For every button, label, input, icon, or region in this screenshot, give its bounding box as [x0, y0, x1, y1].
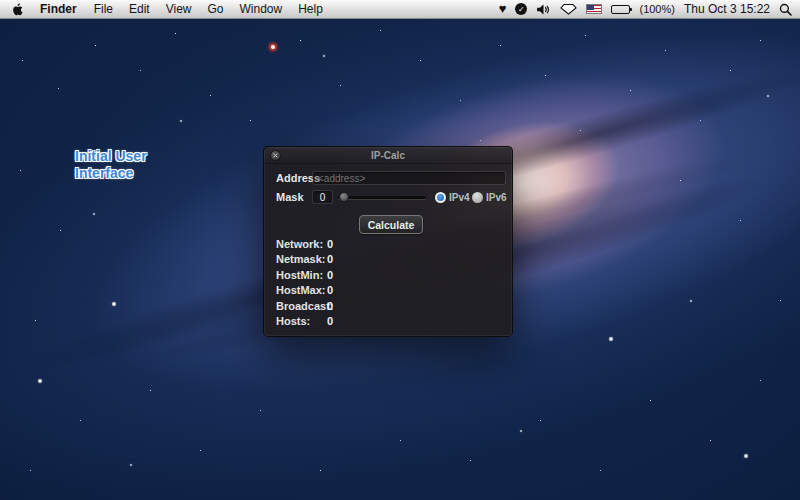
netmask-label: Netmask: — [276, 253, 326, 265]
menu-finder[interactable]: Finder — [31, 2, 86, 16]
slider-track[interactable] — [338, 196, 426, 199]
desktop-caption: Initial User Interface — [75, 148, 147, 182]
slider-thumb[interactable] — [339, 192, 349, 202]
diamond-icon[interactable] — [560, 1, 577, 17]
heart-icon[interactable]: ♥ — [499, 1, 507, 17]
menu-help[interactable]: Help — [290, 2, 331, 16]
result-row-hostmax: HostMax: 0 — [276, 284, 504, 297]
window-title: IP-Calc — [264, 150, 512, 161]
result-row-netmask: Netmask: 0 — [276, 253, 504, 266]
mask-label: Mask — [276, 191, 304, 203]
volume-icon[interactable] — [536, 1, 551, 17]
hostmax-label: HostMax: — [276, 284, 326, 296]
ipv4-radio-dot — [437, 194, 444, 201]
menu-file[interactable]: File — [86, 2, 121, 16]
mask-slider[interactable] — [338, 190, 426, 204]
check-circle-icon[interactable]: ✓ — [515, 1, 527, 17]
broadcast-value: 0 — [327, 300, 333, 312]
menu-go[interactable]: Go — [200, 2, 232, 16]
apple-logo-icon — [12, 3, 23, 16]
menu-bar-status-area: ♥ ✓ (100%) Thu Oct 3 15:22 — [499, 1, 792, 17]
menu-bar: Finder File Edit View Go Window Help ♥ ✓… — [0, 0, 800, 19]
ipv4-label[interactable]: IPv4 — [449, 192, 470, 203]
menu-edit[interactable]: Edit — [121, 2, 158, 16]
result-row-hostmin: HostMin: 0 — [276, 269, 504, 282]
window-titlebar[interactable]: IP-Calc — [264, 147, 512, 164]
us-flag-icon[interactable] — [586, 1, 602, 17]
ip-calc-window: IP-Calc Address Mask IPv4 IPv6 Calculate… — [263, 146, 513, 337]
broadcast-label: Broadcast: — [276, 300, 333, 312]
ipv6-label[interactable]: IPv6 — [486, 192, 507, 203]
result-row-hosts: Hosts: 0 — [276, 315, 504, 328]
battery-percent[interactable]: (100%) — [639, 3, 674, 15]
hosts-label: Hosts: — [276, 315, 310, 327]
netmask-value: 0 — [327, 253, 333, 265]
calculate-button[interactable]: Calculate — [359, 215, 423, 234]
menu-view[interactable]: View — [158, 2, 200, 16]
hostmin-label: HostMin: — [276, 269, 323, 281]
apple-menu[interactable] — [8, 3, 31, 16]
red-star — [271, 45, 275, 49]
network-label: Network: — [276, 238, 323, 250]
battery-icon[interactable] — [611, 1, 630, 17]
network-value: 0 — [327, 238, 333, 250]
caption-line-1: Initial User — [75, 148, 147, 165]
ipv4-radio[interactable] — [435, 192, 446, 203]
spotlight-icon[interactable] — [779, 1, 792, 17]
hostmin-value: 0 — [327, 269, 333, 281]
result-row-broadcast: Broadcast: 0 — [276, 300, 504, 313]
result-row-network: Network: 0 — [276, 238, 504, 251]
caption-line-2: Interface — [75, 165, 147, 182]
mask-input[interactable] — [312, 190, 333, 204]
menu-bar-clock[interactable]: Thu Oct 3 15:22 — [684, 2, 770, 16]
hostmax-value: 0 — [327, 284, 333, 296]
hosts-value: 0 — [327, 315, 333, 327]
menu-window[interactable]: Window — [232, 2, 291, 16]
address-input[interactable] — [312, 171, 506, 185]
ipv6-radio[interactable] — [472, 192, 483, 203]
